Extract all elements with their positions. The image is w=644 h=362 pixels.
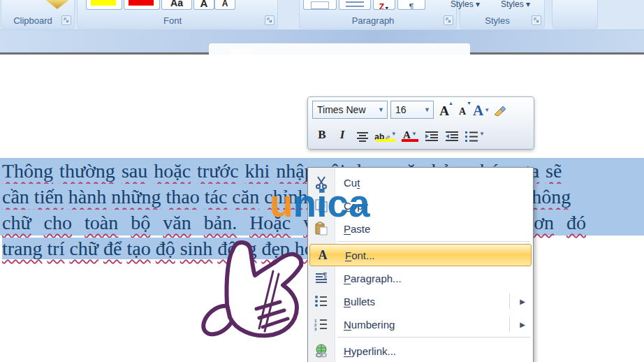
menu-item-font[interactable]: AFont... [309,244,532,266]
submenu-divider [509,294,510,309]
ribbon-group-styles: Styles Styles ▾ Styles ▾ [460,0,545,29]
menu-item-numbering[interactable]: 123Numbering▶ [309,313,532,335]
increase-indent-button[interactable] [444,125,460,142]
menu-item-paragraph[interactable]: ¶Paragraph... [309,267,532,289]
dialog-launcher-icon [64,17,69,23]
styles-dialog-launcher[interactable] [532,15,541,25]
ribbon-group-extra [552,0,598,29]
dialog-launcher-icon [534,17,539,23]
mini-toolbar: Times New ▼ 16 ▼ A ▲ A ▼ A ▼ [307,96,534,150]
chevron-down-icon: ▼ [411,131,417,137]
font-dialog-launcher[interactable] [265,15,275,25]
shrink-font-button[interactable]: A [214,0,235,10]
center-align-button[interactable] [355,125,370,142]
font-color-red-bar [402,139,418,142]
grow-font-button[interactable]: A ▲ [437,101,452,118]
word-2007-screenshot: Clipboard Font Aa A A [0,0,644,362]
font-color-red-swatch [129,0,154,6]
dialog-launcher-icon [267,17,272,23]
change-styles-button[interactable]: Styles ▾ [501,0,530,9]
menu-item-label: Hyperlink... [344,345,396,357]
italic-button[interactable]: I [335,125,350,142]
group-label-clipboard: Clipboard [1,15,64,26]
chevron-down-icon: ▼ [484,107,490,113]
font-size-value: 16 [395,104,407,115]
dialog-launcher-icon [446,17,451,23]
format-painter-icon[interactable] [43,0,71,9]
shrink-caret-icon: ▼ [467,101,471,106]
watermark-prefix: u [270,182,293,225]
text-highlight-button[interactable]: ab✎ ▼ [375,125,396,142]
format-painter-brush-icon [492,104,508,118]
chevron-down-icon[interactable]: ▼ [378,106,384,113]
menu-item-label: Font... [345,249,375,261]
shrink-font-button[interactable]: A ▼ [455,101,470,118]
bold-button[interactable]: B [314,125,330,142]
group-label-font: Font [78,15,268,26]
submenu-arrow-icon: ▶ [520,298,525,305]
group-label-styles: Styles [460,15,534,26]
submenu-arrow-icon: ▶ [520,321,525,328]
shading-button[interactable] [339,0,371,10]
submenu-divider [509,317,510,332]
font-color-button[interactable]: A ▼ [401,125,419,142]
pilcrow-icon: ¶ [409,1,414,10]
text-highlight-color-button[interactable] [86,0,122,10]
menu-item-bullets[interactable]: Bullets▶ [309,290,532,312]
quick-styles-button[interactable]: Styles ▾ [451,0,480,9]
ribbon: Clipboard Font Aa A A [0,0,644,30]
grow-caret-icon: ▲ [448,101,453,106]
ribbon-group-font: Font Aa A A [77,0,278,29]
watermark-rest: nica [293,182,370,225]
menu-item-label: Bullets [344,296,375,307]
center-align-icon [356,131,369,142]
bullets-button[interactable]: ▼ [464,125,485,142]
unica-watermark: unica [270,184,370,223]
font-color-button[interactable] [124,0,160,10]
increase-indent-icon [444,131,460,142]
sort-button[interactable]: Z▼ [373,0,395,10]
decrease-indent-icon [424,131,439,142]
menu-item-label: Numbering [344,319,395,331]
chevron-down-icon[interactable]: ▼ [424,106,430,113]
grow-font-button[interactable]: A [193,0,214,10]
highlight-yellow-swatch [91,0,116,6]
font-size-combobox[interactable]: 16 ▼ [390,101,434,119]
group-label-paragraph: Paragraph [300,15,446,26]
sort-arrow-icon: ▼ [384,6,389,10]
ribbon-group-paragraph: Paragraph Z▼ ¶ [299,0,457,29]
format-painter-button[interactable] [492,101,508,118]
menu-separator [337,337,530,338]
bullets-icon [464,131,478,142]
dotted-lines-icon [346,1,364,7]
chevron-down-icon: ▼ [391,131,397,137]
menu-item-label: Paragraph... [344,273,402,284]
quick-styles-button[interactable]: A ▼ [473,101,490,118]
font-name-combobox[interactable]: Times New ▼ [312,101,388,119]
paragraph-dialog-launcher[interactable] [444,15,453,25]
chevron-down-icon: ▼ [479,131,485,137]
pointing-hand-graphic [192,236,332,362]
show-hide-pilcrow-button[interactable]: ¶ [397,0,425,10]
highlight-yellow-bar [376,139,395,142]
menu-separator [337,241,530,242]
decrease-indent-button[interactable] [424,125,439,142]
clipboard-dialog-launcher[interactable] [61,15,71,25]
ribbon-group-clipboard: Clipboard [1,0,75,29]
change-case-button[interactable]: Aa [161,0,192,10]
font-name-value: Times New [317,104,366,115]
borders-icon [311,1,329,9]
menu-item-hyperlink[interactable]: Hyperlink... [309,340,532,362]
borders-button[interactable] [303,0,337,10]
